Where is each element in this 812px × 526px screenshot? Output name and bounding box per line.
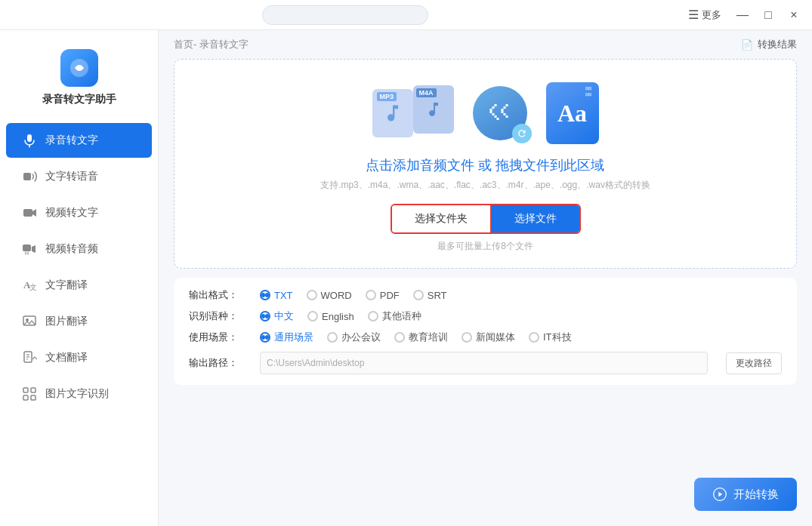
format-txt[interactable]: TXT xyxy=(260,290,293,301)
sidebar-label-video-to-text: 视频转文字 xyxy=(45,206,98,220)
lang-english[interactable]: English xyxy=(307,311,354,322)
svg-rect-4 xyxy=(23,173,31,180)
format-pdf-radio[interactable] xyxy=(366,290,376,300)
svg-text:文: 文 xyxy=(29,283,37,291)
lang-chinese-radio[interactable] xyxy=(260,311,270,321)
image-ocr-icon xyxy=(21,386,38,402)
lang-english-radio[interactable] xyxy=(307,311,318,321)
upload-hint: 最多可批量上传8个文件 xyxy=(437,240,533,253)
scene-office[interactable]: 办公会议 xyxy=(327,331,381,344)
select-file-button[interactable]: 选择文件 xyxy=(492,205,579,232)
lang-other[interactable]: 其他语种 xyxy=(368,309,421,323)
drop-zone[interactable]: MP3 M4A xyxy=(174,59,797,269)
scene-office-label: 办公会议 xyxy=(341,331,381,344)
title-bar-search-area xyxy=(8,5,682,25)
start-conversion-button[interactable]: 开始转换 xyxy=(694,478,797,511)
sidebar-label-image-ocr: 图片文字识别 xyxy=(45,387,109,401)
drop-zone-subtitle: 支持.mp3、.m4a、.wma、.aac、.flac、.ac3、.m4r、.a… xyxy=(320,179,650,192)
format-pdf[interactable]: PDF xyxy=(366,290,400,301)
m4a-file-icon: M4A xyxy=(413,85,454,134)
lang-chinese-label: 中文 xyxy=(274,309,294,323)
format-srt[interactable]: SRT xyxy=(413,290,447,301)
sidebar-logo: 录音转文字助手 xyxy=(0,38,158,122)
doc-translate-icon xyxy=(21,349,38,366)
sidebar-label-doc-translate: 文档翻译 xyxy=(45,351,88,365)
main-layout: 录音转文字助手 录音转文字 xyxy=(0,30,812,526)
sidebar-label-audio-to-text: 录音转文字 xyxy=(45,134,98,147)
sidebar-label-text-translate: 文字翻译 xyxy=(45,278,88,292)
scene-general-radio[interactable] xyxy=(260,332,270,343)
content-area: 首页- 录音转文字 📄 转换结果 MP3 xyxy=(159,30,812,526)
illustration: MP3 M4A xyxy=(372,82,599,144)
svg-rect-16 xyxy=(31,388,36,392)
sidebar-item-text-to-speech[interactable]: 文字转语音 xyxy=(6,159,152,194)
scene-it[interactable]: IT科技 xyxy=(529,331,572,344)
format-txt-radio[interactable] xyxy=(260,290,270,300)
restore-button[interactable]: □ xyxy=(758,5,779,26)
svg-rect-17 xyxy=(23,395,28,400)
format-word-label: WORD xyxy=(321,290,352,301)
scene-label: 使用场景： xyxy=(189,331,242,344)
sidebar-item-video-to-audio[interactable]: 视频转音频 xyxy=(6,232,152,266)
output-path-row: 输出路径： 更改路径 xyxy=(189,352,782,374)
svg-rect-6 xyxy=(23,245,31,251)
more-button[interactable]: ☰ 更多 xyxy=(682,6,727,23)
svg-rect-5 xyxy=(23,209,32,217)
drop-zone-title: 点击添加音频文件 或 拖拽文件到此区域 xyxy=(366,156,604,174)
change-path-button[interactable]: 更改路径 xyxy=(726,352,782,374)
document-icon: 📄 xyxy=(741,39,753,51)
sidebar-item-doc-translate[interactable]: 文档翻译 xyxy=(6,340,152,375)
language-label: 识别语种： xyxy=(189,309,242,323)
text-translate-icon: A 文 xyxy=(21,277,38,294)
svg-rect-2 xyxy=(27,134,32,142)
mp3-file-icon: MP3 xyxy=(372,89,413,137)
start-label: 开始转换 xyxy=(733,488,779,502)
sidebar-label-image-translate: 图片翻译 xyxy=(45,315,88,328)
minimize-button[interactable]: — xyxy=(732,5,753,26)
scene-general[interactable]: 通用场景 xyxy=(260,331,313,344)
video-to-audio-icon xyxy=(21,241,38,257)
svg-rect-15 xyxy=(23,388,28,392)
scene-news[interactable]: 新闻媒体 xyxy=(462,331,515,344)
scene-office-radio[interactable] xyxy=(327,332,338,343)
search-box xyxy=(262,5,428,25)
more-label: 更多 xyxy=(702,8,721,22)
scene-it-radio[interactable] xyxy=(529,332,539,343)
format-srt-radio[interactable] xyxy=(413,290,424,300)
sidebar-item-audio-to-text[interactable]: 录音转文字 xyxy=(6,123,152,158)
sidebar-item-image-translate[interactable]: 图片翻译 xyxy=(6,304,152,339)
format-txt-label: TXT xyxy=(274,290,293,301)
image-translate-icon xyxy=(21,313,38,330)
title-bar: ☰ 更多 — □ × xyxy=(0,0,812,30)
app-logo-icon xyxy=(60,49,98,87)
sidebar-item-image-ocr[interactable]: 图片文字识别 xyxy=(6,377,152,411)
scene-news-label: 新闻媒体 xyxy=(476,331,515,344)
start-icon xyxy=(712,487,727,502)
sidebar-label-text-to-speech: 文字转语音 xyxy=(45,170,98,183)
audio-to-text-icon xyxy=(21,132,38,149)
scene-education-radio[interactable] xyxy=(394,332,405,343)
scene-news-radio[interactable] xyxy=(462,332,472,343)
conversion-result-label: 转换结果 xyxy=(758,38,797,51)
select-folder-button[interactable]: 选择文件夹 xyxy=(392,205,492,232)
scene-general-label: 通用场景 xyxy=(274,331,313,344)
lang-other-label: 其他语种 xyxy=(382,309,421,323)
sidebar-item-video-to-text[interactable]: 视频转文字 xyxy=(6,195,152,230)
format-pdf-label: PDF xyxy=(380,290,400,301)
path-input[interactable] xyxy=(260,352,708,374)
lang-chinese[interactable]: 中文 xyxy=(260,309,294,323)
scene-education[interactable]: 教育培训 xyxy=(394,331,448,344)
sidebar-item-text-translate[interactable]: A 文 文字翻译 xyxy=(6,268,152,303)
settings-section: 输出格式： TXT WORD PDF xyxy=(174,278,797,385)
output-format-row: 输出格式： TXT WORD PDF xyxy=(189,288,782,302)
close-button[interactable]: × xyxy=(783,5,804,26)
conversion-result-link[interactable]: 📄 转换结果 xyxy=(741,38,797,51)
scene-row: 使用场景： 通用场景 办公会议 教育培训 xyxy=(189,331,782,344)
lang-other-radio[interactable] xyxy=(368,311,378,321)
video-to-text-icon xyxy=(21,205,38,221)
hamburger-icon: ☰ xyxy=(688,8,699,22)
format-word[interactable]: WORD xyxy=(307,290,352,301)
scene-options: 通用场景 办公会议 教育培训 新闻媒体 xyxy=(260,331,572,344)
format-word-radio[interactable] xyxy=(307,290,317,300)
output-format-options: TXT WORD PDF SRT xyxy=(260,290,447,301)
